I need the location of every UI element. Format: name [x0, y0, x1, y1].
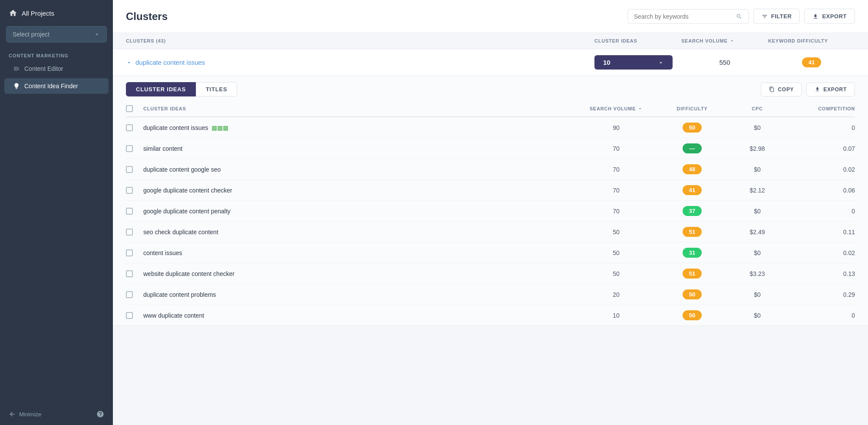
sidebar-item-content-editor-label: Content Editor: [24, 65, 63, 72]
keyword-text: duplicate content issues: [143, 124, 208, 131]
keyword-text: similar content: [143, 145, 182, 152]
col-competition-header: COMPETITION: [790, 105, 855, 112]
filter-button[interactable]: FILTER: [753, 9, 800, 24]
header-actions: FILTER EXPORT: [627, 9, 855, 24]
cluster-name[interactable]: duplicate content issues: [126, 59, 594, 66]
difficulty-cell: —: [660, 143, 725, 153]
keyword-cell: website duplicate content checker: [143, 270, 573, 277]
filter-label: FILTER: [771, 13, 792, 20]
main-content: Clusters FILTER EXPORT CLUSTERS (43) CLU…: [113, 0, 868, 425]
sidebar-item-content-editor[interactable]: Content Editor: [4, 61, 109, 76]
row-checkbox[interactable]: [126, 187, 133, 194]
row-checkbox[interactable]: [126, 291, 133, 298]
keyword-cell: www duplicate content: [143, 312, 573, 319]
table-header-row: CLUSTERS (43) CLUSTER IDEAS SEARCH VOLUM…: [113, 33, 868, 49]
select-project-dropdown[interactable]: Select project: [6, 26, 107, 43]
sidebar-item-content-idea-finder[interactable]: Content Idea Finder: [4, 78, 109, 94]
tab-titles[interactable]: TITLES: [196, 82, 237, 96]
competition-cell: 0: [790, 312, 855, 319]
row-checkbox-cell: [126, 208, 143, 215]
export-button[interactable]: EXPORT: [804, 9, 855, 24]
competition-cell: 0.06: [790, 187, 855, 194]
difficulty-badge: 51: [683, 269, 702, 279]
tab-cluster-ideas[interactable]: CLUSTER IDEAS: [126, 82, 196, 96]
table-row: seo check duplicate content 50 51 $2.49 …: [126, 222, 855, 242]
filter-icon: [762, 13, 768, 20]
col-ideas-header[interactable]: CLUSTER IDEAS: [143, 105, 573, 112]
keyword-text: website duplicate content checker: [143, 270, 234, 277]
copy-button[interactable]: COPY: [761, 83, 802, 96]
difficulty-cell: 51: [660, 269, 725, 279]
competition-cell: 0: [790, 208, 855, 215]
editor-icon: [13, 65, 20, 72]
difficulty-badge: 50: [683, 123, 702, 133]
difficulty-badge: 50: [683, 289, 702, 299]
row-checkbox[interactable]: [126, 145, 133, 152]
sub-table-actions: COPY EXPORT: [761, 83, 855, 96]
export-sm-label: EXPORT: [823, 86, 847, 93]
row-checkbox[interactable]: [126, 312, 133, 319]
keyword-text: content issues: [143, 249, 182, 256]
col-clusters: CLUSTERS (43): [126, 38, 594, 43]
chevron-down-cluster-icon: [126, 60, 132, 66]
home-icon: [9, 9, 17, 17]
difficulty-cell: 37: [660, 206, 725, 216]
col-sv-header[interactable]: SEARCH VOLUME: [573, 105, 660, 112]
competition-cell: 0: [790, 124, 855, 131]
keyword-cell: seo check duplicate content: [143, 229, 573, 236]
difficulty-badge: 41: [683, 185, 702, 195]
minimize-button[interactable]: Minimize: [9, 411, 41, 418]
row-checkbox-cell: [126, 145, 143, 152]
cluster-ideas-cell: 10: [594, 55, 681, 70]
select-all-checkbox[interactable]: [126, 105, 133, 112]
row-checkbox[interactable]: [126, 166, 133, 173]
table-row: google duplicate content penalty 70 37 $…: [126, 201, 855, 222]
difficulty-cell: 50: [660, 289, 725, 299]
search-box[interactable]: [627, 9, 749, 24]
cpc-cell: $0: [725, 208, 790, 215]
keyword-cell: duplicate content problems: [143, 291, 573, 298]
search-input[interactable]: [634, 13, 733, 20]
chevron-up-icon: [658, 60, 664, 66]
export-sm-button[interactable]: EXPORT: [806, 83, 855, 96]
sub-table-tabs: CLUSTER IDEAS TITLES COPY EXPORT: [113, 76, 868, 101]
help-icon[interactable]: [96, 410, 104, 418]
cpc-cell: $0: [725, 291, 790, 298]
cpc-cell: $2.12: [725, 187, 790, 194]
row-checkbox[interactable]: [126, 208, 133, 215]
cluster-row: duplicate content issues 10 550 41 C: [113, 49, 868, 326]
page-title: Clusters: [126, 10, 168, 23]
keyword-text: google duplicate content penalty: [143, 208, 231, 215]
col-search-volume[interactable]: SEARCH VOLUME: [681, 38, 768, 43]
row-checkbox[interactable]: [126, 249, 133, 256]
col-cb-header: [126, 105, 143, 112]
col-cluster-ideas: CLUSTER IDEAS: [594, 38, 681, 43]
sub-table-header-row: CLUSTER IDEAS SEARCH VOLUME DIFFICULTY C…: [126, 101, 855, 117]
all-projects-link[interactable]: All Projects: [0, 0, 113, 26]
col-diff-header: DIFFICULTY: [660, 105, 725, 112]
row-checkbox[interactable]: [126, 124, 133, 131]
difficulty-badge: 37: [683, 206, 702, 216]
keyword-text: google duplicate content checker: [143, 187, 232, 194]
row-checkbox[interactable]: [126, 229, 133, 236]
cluster-ideas-badge[interactable]: 10: [594, 55, 673, 70]
sidebar-footer: Minimize: [0, 403, 113, 425]
cluster-main-row: duplicate content issues 10 550 41: [113, 49, 868, 76]
row-checkbox[interactable]: [126, 270, 133, 277]
tab-group: CLUSTER IDEAS TITLES: [126, 82, 237, 96]
difficulty-cell: 48: [660, 164, 725, 174]
idea-finder-icon: [13, 83, 20, 90]
table-row: www duplicate content 10 50 $0 0: [126, 305, 855, 325]
cpc-cell: $3.23: [725, 270, 790, 277]
search-icon: [736, 13, 743, 20]
export-label: EXPORT: [822, 13, 847, 20]
table-row: content issues 50 31 $0 0.02: [126, 242, 855, 263]
keyword-cell: google duplicate content penalty: [143, 208, 573, 215]
all-projects-label: All Projects: [22, 10, 54, 17]
row-checkbox-cell: [126, 229, 143, 236]
keyword-text: duplicate content google seo: [143, 166, 221, 173]
sort-icon: [729, 38, 735, 43]
cpc-cell: $2.49: [725, 229, 790, 236]
competition-cell: 0.07: [790, 145, 855, 152]
table-row: google duplicate content checker 70 41 $…: [126, 180, 855, 201]
